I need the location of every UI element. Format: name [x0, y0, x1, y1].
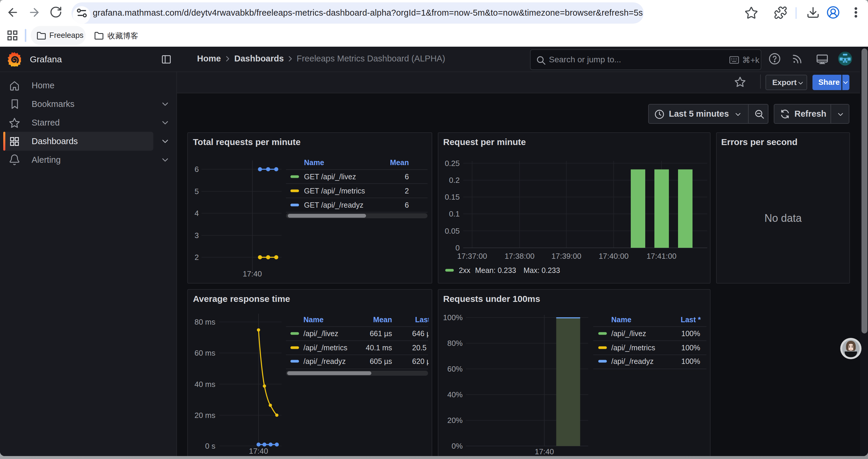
svg-text:646 µs: 646 µs: [412, 329, 429, 338]
svg-text:60 ms: 60 ms: [194, 349, 215, 357]
svg-text:2: 2: [195, 253, 199, 262]
svg-text:60%: 60%: [447, 364, 463, 373]
svg-text:Name: Name: [303, 316, 323, 324]
svg-text:100%: 100%: [681, 357, 700, 365]
svg-text:100%: 100%: [681, 343, 700, 352]
svg-text:GET /api/_/metrics: GET /api/_/metrics: [304, 187, 365, 195]
svg-text:0.1: 0.1: [449, 209, 460, 218]
svg-text:20.5 ms: 20.5 ms: [412, 343, 429, 352]
svg-text:Max: 0.233: Max: 0.233: [524, 266, 560, 274]
svg-text:Mean: 0.233: Mean: 0.233: [475, 266, 516, 274]
svg-text:0.15: 0.15: [445, 193, 460, 201]
svg-text:17:41:00: 17:41:00: [646, 252, 676, 261]
svg-text:Name: Name: [304, 158, 324, 167]
svg-text:0 s: 0 s: [205, 441, 215, 451]
svg-text:4: 4: [195, 209, 199, 218]
svg-text:/api/_/readyz: /api/_/readyz: [611, 357, 653, 365]
svg-text:40 ms: 40 ms: [194, 380, 215, 389]
svg-text:0: 0: [456, 243, 460, 252]
svg-text:2xx: 2xx: [459, 266, 470, 274]
svg-text:Mean: Mean: [390, 158, 409, 167]
svg-text:Name: Name: [611, 316, 631, 324]
svg-text:6: 6: [405, 201, 409, 209]
svg-text:605 µs: 605 µs: [370, 357, 392, 365]
svg-text:/api/_/livez: /api/_/livez: [303, 329, 338, 338]
svg-text:17:38:00: 17:38:00: [505, 252, 534, 261]
svg-text:6: 6: [195, 165, 199, 174]
svg-text:620 µs: 620 µs: [412, 357, 429, 365]
svg-text:Mean: Mean: [373, 316, 392, 324]
svg-text:17:40:00: 17:40:00: [598, 252, 628, 261]
svg-text:20 ms: 20 ms: [194, 411, 215, 420]
svg-text:3: 3: [195, 231, 199, 240]
svg-text:17:40: 17:40: [249, 447, 268, 455]
svg-text:17:40: 17:40: [243, 269, 262, 278]
svg-text:0.05: 0.05: [445, 227, 460, 235]
svg-text:/api/_/readyz: /api/_/readyz: [303, 357, 346, 365]
svg-text:40.1 ms: 40.1 ms: [366, 343, 392, 352]
svg-text:0%: 0%: [452, 441, 463, 451]
svg-text:GET /api/_/readyz: GET /api/_/readyz: [304, 201, 363, 209]
svg-text:100%: 100%: [681, 329, 700, 338]
svg-text:661 µs: 661 µs: [370, 329, 392, 338]
svg-text:0.25: 0.25: [445, 159, 460, 168]
svg-text:6: 6: [405, 172, 409, 181]
svg-text:100%: 100%: [443, 313, 463, 322]
svg-text:17:37:00: 17:37:00: [457, 252, 487, 261]
svg-text:5: 5: [195, 187, 199, 196]
svg-text:/api/_/metrics: /api/_/metrics: [303, 343, 347, 352]
svg-text:20%: 20%: [447, 416, 463, 425]
svg-text:17:39:00: 17:39:00: [551, 252, 581, 261]
svg-text:2: 2: [405, 187, 409, 195]
svg-text:/api/_/livez: /api/_/livez: [611, 329, 646, 338]
svg-text:0.2: 0.2: [449, 176, 460, 185]
svg-text:Last *: Last *: [681, 316, 701, 324]
svg-text:/api/_/metrics: /api/_/metrics: [611, 343, 655, 352]
svg-text:80 ms: 80 ms: [194, 318, 215, 326]
svg-text:Last *: Last *: [415, 316, 429, 324]
svg-text:17:40: 17:40: [535, 447, 554, 456]
svg-text:40%: 40%: [447, 390, 463, 399]
svg-text:GET /api/_/livez: GET /api/_/livez: [304, 172, 356, 181]
svg-text:80%: 80%: [447, 339, 463, 348]
